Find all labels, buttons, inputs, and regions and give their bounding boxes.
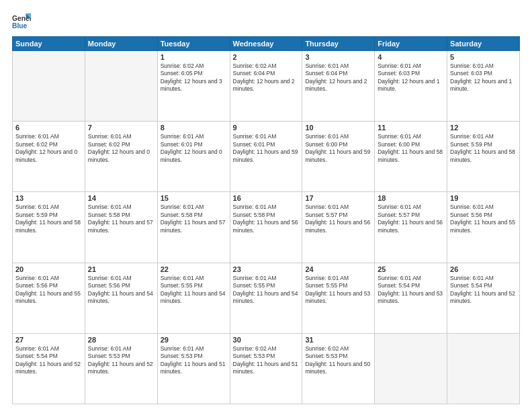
day-number: 21 bbox=[88, 265, 154, 273]
calendar-cell: 27Sunrise: 6:01 AM Sunset: 5:54 PM Dayli… bbox=[13, 333, 85, 404]
svg-text:Blue: Blue bbox=[12, 22, 28, 30]
day-number: 30 bbox=[233, 336, 300, 344]
calendar-cell: 26Sunrise: 6:01 AM Sunset: 5:54 PM Dayli… bbox=[447, 263, 520, 333]
calendar-cell: 19Sunrise: 6:01 AM Sunset: 5:56 PM Dayli… bbox=[447, 192, 520, 263]
calendar-cell: 22Sunrise: 6:01 AM Sunset: 5:55 PM Dayli… bbox=[157, 263, 230, 333]
calendar-header-sunday: Sunday bbox=[13, 37, 85, 51]
calendar-header-monday: Monday bbox=[85, 37, 157, 51]
calendar-cell: 8Sunrise: 6:01 AM Sunset: 6:01 PM Daylig… bbox=[157, 122, 230, 192]
day-number: 13 bbox=[15, 194, 82, 202]
day-info: Sunrise: 6:01 AM Sunset: 5:57 PM Dayligh… bbox=[305, 203, 371, 234]
calendar-header-tuesday: Tuesday bbox=[157, 37, 230, 51]
day-info: Sunrise: 6:01 AM Sunset: 6:02 PM Dayligh… bbox=[88, 133, 154, 164]
day-info: Sunrise: 6:01 AM Sunset: 6:03 PM Dayligh… bbox=[450, 62, 517, 93]
day-number: 16 bbox=[233, 194, 300, 202]
calendar-cell: 23Sunrise: 6:01 AM Sunset: 5:55 PM Dayli… bbox=[230, 263, 302, 333]
calendar-cell: 16Sunrise: 6:01 AM Sunset: 5:58 PM Dayli… bbox=[230, 192, 302, 263]
calendar-cell: 21Sunrise: 6:01 AM Sunset: 5:56 PM Dayli… bbox=[85, 263, 157, 333]
day-info: Sunrise: 6:02 AM Sunset: 6:04 PM Dayligh… bbox=[233, 62, 300, 93]
day-number: 19 bbox=[450, 194, 517, 202]
day-info: Sunrise: 6:01 AM Sunset: 5:58 PM Dayligh… bbox=[233, 203, 300, 234]
day-info: Sunrise: 6:01 AM Sunset: 5:55 PM Dayligh… bbox=[233, 275, 300, 306]
header: General Blue bbox=[12, 12, 520, 31]
calendar-cell: 7Sunrise: 6:01 AM Sunset: 6:02 PM Daylig… bbox=[85, 122, 157, 192]
day-info: Sunrise: 6:01 AM Sunset: 6:00 PM Dayligh… bbox=[305, 133, 371, 164]
day-number: 2 bbox=[233, 53, 300, 61]
day-info: Sunrise: 6:02 AM Sunset: 5:53 PM Dayligh… bbox=[233, 345, 300, 376]
day-info: Sunrise: 6:01 AM Sunset: 5:54 PM Dayligh… bbox=[450, 275, 517, 306]
calendar-week-row: 20Sunrise: 6:01 AM Sunset: 5:56 PM Dayli… bbox=[13, 263, 520, 333]
day-info: Sunrise: 6:01 AM Sunset: 6:01 PM Dayligh… bbox=[161, 133, 227, 164]
day-number: 18 bbox=[378, 194, 444, 202]
calendar-header-wednesday: Wednesday bbox=[230, 37, 302, 51]
day-number: 5 bbox=[450, 53, 517, 61]
day-info: Sunrise: 6:01 AM Sunset: 5:54 PM Dayligh… bbox=[378, 275, 444, 306]
day-info: Sunrise: 6:01 AM Sunset: 6:04 PM Dayligh… bbox=[305, 62, 371, 93]
calendar-cell: 5Sunrise: 6:01 AM Sunset: 6:03 PM Daylig… bbox=[447, 51, 520, 122]
day-info: Sunrise: 6:01 AM Sunset: 6:02 PM Dayligh… bbox=[15, 133, 82, 164]
day-number: 31 bbox=[305, 336, 371, 344]
calendar-cell bbox=[447, 333, 520, 404]
day-info: Sunrise: 6:01 AM Sunset: 5:59 PM Dayligh… bbox=[450, 133, 517, 164]
calendar-week-row: 27Sunrise: 6:01 AM Sunset: 5:54 PM Dayli… bbox=[13, 333, 520, 404]
day-info: Sunrise: 6:01 AM Sunset: 5:56 PM Dayligh… bbox=[450, 203, 517, 234]
calendar-cell: 18Sunrise: 6:01 AM Sunset: 5:57 PM Dayli… bbox=[375, 192, 447, 263]
day-info: Sunrise: 6:01 AM Sunset: 5:53 PM Dayligh… bbox=[161, 345, 227, 376]
day-number: 22 bbox=[161, 265, 227, 273]
day-info: Sunrise: 6:01 AM Sunset: 5:54 PM Dayligh… bbox=[15, 345, 82, 376]
day-number: 27 bbox=[15, 336, 82, 344]
calendar-cell: 12Sunrise: 6:01 AM Sunset: 5:59 PM Dayli… bbox=[447, 122, 520, 192]
calendar-week-row: 13Sunrise: 6:01 AM Sunset: 5:59 PM Dayli… bbox=[13, 192, 520, 263]
day-info: Sunrise: 6:01 AM Sunset: 5:57 PM Dayligh… bbox=[378, 203, 444, 234]
day-number: 1 bbox=[161, 53, 227, 61]
day-number: 15 bbox=[161, 194, 227, 202]
day-info: Sunrise: 6:01 AM Sunset: 5:53 PM Dayligh… bbox=[88, 345, 154, 376]
calendar-cell: 10Sunrise: 6:01 AM Sunset: 6:00 PM Dayli… bbox=[302, 122, 375, 192]
calendar-cell: 31Sunrise: 6:02 AM Sunset: 5:53 PM Dayli… bbox=[302, 333, 375, 404]
calendar-cell: 11Sunrise: 6:01 AM Sunset: 6:00 PM Dayli… bbox=[375, 122, 447, 192]
calendar-cell: 13Sunrise: 6:01 AM Sunset: 5:59 PM Dayli… bbox=[13, 192, 85, 263]
calendar-cell bbox=[85, 51, 157, 122]
calendar-cell: 9Sunrise: 6:01 AM Sunset: 6:01 PM Daylig… bbox=[230, 122, 302, 192]
calendar-header-friday: Friday bbox=[375, 37, 447, 51]
calendar-cell: 20Sunrise: 6:01 AM Sunset: 5:56 PM Dayli… bbox=[13, 263, 85, 333]
calendar-cell: 29Sunrise: 6:01 AM Sunset: 5:53 PM Dayli… bbox=[157, 333, 230, 404]
day-info: Sunrise: 6:01 AM Sunset: 6:03 PM Dayligh… bbox=[378, 62, 444, 93]
day-number: 28 bbox=[88, 336, 154, 344]
day-info: Sunrise: 6:01 AM Sunset: 6:00 PM Dayligh… bbox=[378, 133, 444, 164]
day-info: Sunrise: 6:01 AM Sunset: 5:59 PM Dayligh… bbox=[15, 203, 82, 234]
calendar-cell: 1Sunrise: 6:02 AM Sunset: 6:05 PM Daylig… bbox=[157, 51, 230, 122]
day-number: 17 bbox=[305, 194, 371, 202]
day-number: 11 bbox=[378, 124, 444, 132]
calendar-cell bbox=[13, 51, 85, 122]
calendar-cell: 3Sunrise: 6:01 AM Sunset: 6:04 PM Daylig… bbox=[302, 51, 375, 122]
day-number: 7 bbox=[88, 124, 154, 132]
calendar-header-row: SundayMondayTuesdayWednesdayThursdayFrid… bbox=[13, 37, 520, 51]
calendar-cell: 2Sunrise: 6:02 AM Sunset: 6:04 PM Daylig… bbox=[230, 51, 302, 122]
day-info: Sunrise: 6:01 AM Sunset: 5:58 PM Dayligh… bbox=[88, 203, 154, 234]
day-info: Sunrise: 6:01 AM Sunset: 5:58 PM Dayligh… bbox=[161, 203, 227, 234]
day-number: 10 bbox=[305, 124, 371, 132]
calendar-cell: 4Sunrise: 6:01 AM Sunset: 6:03 PM Daylig… bbox=[375, 51, 447, 122]
day-number: 12 bbox=[450, 124, 517, 132]
logo: General Blue bbox=[12, 12, 35, 31]
day-info: Sunrise: 6:01 AM Sunset: 5:55 PM Dayligh… bbox=[305, 275, 371, 306]
logo-icon: General Blue bbox=[12, 12, 31, 31]
day-info: Sunrise: 6:01 AM Sunset: 6:01 PM Dayligh… bbox=[233, 133, 300, 164]
day-number: 14 bbox=[88, 194, 154, 202]
day-number: 25 bbox=[378, 265, 444, 273]
calendar-header-thursday: Thursday bbox=[302, 37, 375, 51]
calendar-week-row: 1Sunrise: 6:02 AM Sunset: 6:05 PM Daylig… bbox=[13, 51, 520, 122]
calendar-cell: 24Sunrise: 6:01 AM Sunset: 5:55 PM Dayli… bbox=[302, 263, 375, 333]
calendar-header-saturday: Saturday bbox=[447, 37, 520, 51]
calendar-cell bbox=[375, 333, 447, 404]
day-info: Sunrise: 6:01 AM Sunset: 5:56 PM Dayligh… bbox=[15, 275, 82, 306]
calendar-cell: 6Sunrise: 6:01 AM Sunset: 6:02 PM Daylig… bbox=[13, 122, 85, 192]
calendar-cell: 30Sunrise: 6:02 AM Sunset: 5:53 PM Dayli… bbox=[230, 333, 302, 404]
day-info: Sunrise: 6:02 AM Sunset: 5:53 PM Dayligh… bbox=[305, 345, 371, 376]
day-number: 23 bbox=[233, 265, 300, 273]
calendar-cell: 15Sunrise: 6:01 AM Sunset: 5:58 PM Dayli… bbox=[157, 192, 230, 263]
page: General Blue SundayMondayTuesdayWednesda… bbox=[0, 0, 532, 411]
day-number: 20 bbox=[15, 265, 82, 273]
day-number: 29 bbox=[161, 336, 227, 344]
